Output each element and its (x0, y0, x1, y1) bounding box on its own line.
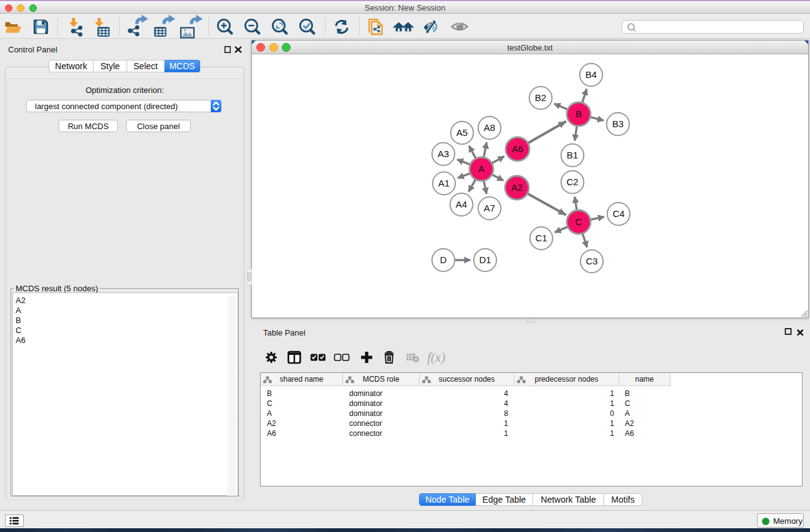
svg-text:C4: C4 (612, 208, 624, 219)
svg-text:D1: D1 (479, 254, 491, 265)
svg-text:A7: A7 (484, 203, 495, 213)
svg-text:f(x): f(x) (427, 350, 445, 365)
svg-text:A: A (478, 163, 485, 174)
svg-text:A2: A2 (511, 182, 523, 193)
svg-text:B: B (576, 109, 582, 119)
svg-text:B3: B3 (612, 118, 624, 129)
svg-text:C2: C2 (566, 177, 578, 187)
svg-text:C: C (576, 216, 582, 227)
svg-text:A6: A6 (512, 143, 523, 154)
svg-text:B1: B1 (567, 150, 578, 160)
svg-text:A8: A8 (484, 122, 495, 133)
svg-text:A4: A4 (456, 199, 467, 210)
svg-text:A3: A3 (438, 148, 449, 159)
svg-text:C3: C3 (586, 256, 597, 266)
svg-text:C1: C1 (535, 233, 547, 243)
svg-text:B4: B4 (586, 69, 597, 80)
svg-text:D: D (440, 254, 447, 265)
svg-text:A5: A5 (456, 127, 468, 138)
svg-text:A1: A1 (438, 178, 450, 188)
svg-text:B2: B2 (535, 92, 546, 103)
